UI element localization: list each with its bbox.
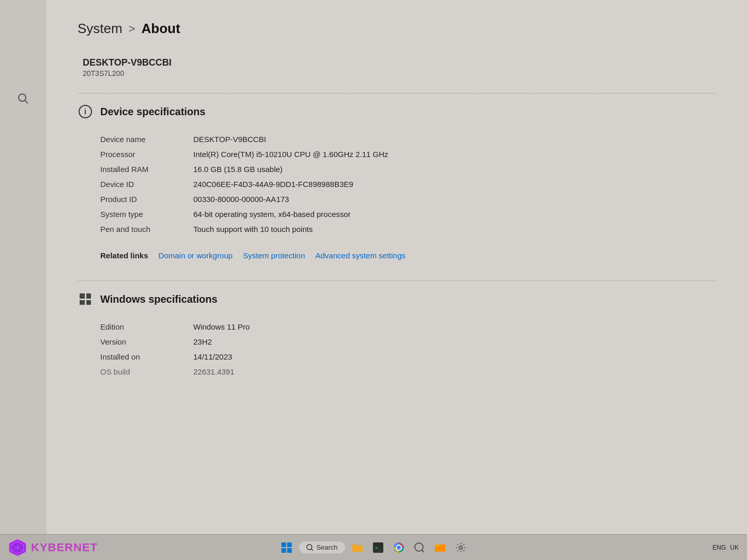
svg-point-18: [459, 546, 462, 549]
taskbar-search2-icon[interactable]: [411, 539, 428, 556]
spec-value: Windows 11 Pro: [193, 322, 716, 331]
kybernet-logo: KYBERNET: [8, 538, 98, 557]
spec-value: Intel(R) Core(TM) i5-10210U CPU @ 1.60GH…: [193, 150, 716, 159]
search-icon[interactable]: [18, 93, 29, 104]
spec-row: Device ID 240C06EE-F4D3-44A9-9DD1-FC8989…: [100, 177, 716, 192]
spec-row: OS build 22631.4391: [100, 364, 716, 379]
windows-specs-header: Windows specifications: [78, 291, 716, 307]
taskbar-settings-icon[interactable]: [452, 539, 469, 556]
info-icon: i: [79, 105, 92, 118]
svg-point-0: [19, 94, 26, 101]
svg-line-1: [25, 100, 28, 103]
spec-row: Product ID 00330-80000-00000-AA173: [100, 192, 716, 207]
advanced-settings-link[interactable]: Advanced system settings: [315, 251, 405, 260]
sys-tray-lang: ENG: [712, 544, 726, 551]
taskbar-search[interactable]: Search: [299, 541, 345, 553]
spec-value: 23H2: [193, 337, 716, 346]
breadcrumb-separator: >: [129, 22, 135, 36]
svg-rect-17: [435, 545, 439, 547]
sys-tray-region: UK: [730, 544, 739, 551]
divider-1: [78, 93, 716, 94]
spec-value: 64-bit operating system, x64-based proce…: [193, 210, 716, 219]
kybernet-logo-icon: [8, 538, 27, 557]
spec-row: Version 23H2: [100, 334, 716, 349]
taskbar-center: Search >_: [278, 539, 469, 556]
sys-tray: ENG UK: [712, 544, 739, 551]
taskbar-search-icon: [306, 544, 313, 551]
system-protection-link[interactable]: System protection: [243, 251, 305, 260]
kybernet-text: KYBERNET: [31, 541, 98, 554]
spec-label: Device name: [100, 135, 193, 144]
svg-line-8: [311, 549, 313, 551]
spec-label: Pen and touch: [100, 225, 193, 234]
svg-point-14: [415, 543, 423, 551]
spec-row: Installed on 14/11/2023: [100, 349, 716, 364]
spec-row: Device name DESKTOP-V9BCCBI: [100, 132, 716, 147]
spec-label: Installed RAM: [100, 165, 193, 174]
device-specs-table: Device name DESKTOP-V9BCCBI Processor In…: [100, 132, 716, 237]
windows-icon: [80, 293, 91, 305]
domain-workgroup-link[interactable]: Domain or workgroup: [159, 251, 233, 260]
spec-value: 14/11/2023: [193, 352, 716, 361]
spec-value: DESKTOP-V9BCCBI: [193, 135, 716, 144]
taskbar: KYBERNET Search: [0, 534, 747, 560]
windows-specs-section: Windows specifications Edition Windows 1…: [78, 291, 716, 379]
device-specs-section: i Device specifications Device name DESK…: [78, 104, 716, 260]
svg-line-15: [422, 550, 424, 552]
breadcrumb-about: About: [142, 21, 180, 37]
related-links: Related links Domain or workgroup System…: [100, 251, 716, 260]
device-serial: 20T3S7L200: [83, 69, 716, 77]
spec-label: OS build: [100, 367, 193, 376]
settings-panel: System > About DESKTOP-V9BCCBI 20T3S7L20…: [0, 0, 747, 560]
sidebar: [0, 0, 47, 560]
spec-label: Installed on: [100, 352, 193, 361]
spec-label: Product ID: [100, 195, 193, 204]
spec-label: Edition: [100, 322, 193, 331]
spec-row: Edition Windows 11 Pro: [100, 319, 716, 334]
spec-value: 00330-80000-00000-AA173: [193, 195, 716, 204]
spec-label: Version: [100, 337, 193, 346]
spec-label: System type: [100, 210, 193, 219]
device-specs-icon: i: [78, 104, 93, 119]
spec-row: Pen and touch Touch support with 10 touc…: [100, 222, 716, 237]
windows-specs-title: Windows specifications: [100, 293, 218, 305]
spec-label: Processor: [100, 150, 193, 159]
spec-value: 240C06EE-F4D3-44A9-9DD1-FC898988B3E9: [193, 180, 716, 189]
spec-value: 22631.4391: [193, 367, 716, 376]
windows-specs-icon: [78, 291, 93, 307]
main-content: System > About DESKTOP-V9BCCBI 20T3S7L20…: [47, 0, 747, 534]
breadcrumb: System > About: [78, 21, 716, 37]
svg-text:>_: >_: [375, 545, 382, 551]
taskbar-folder-icon[interactable]: [349, 539, 365, 556]
spec-row: System type 64-bit operating system, x64…: [100, 207, 716, 222]
taskbar-explorer-icon[interactable]: [432, 539, 448, 556]
start-button[interactable]: [278, 539, 295, 556]
spec-row: Installed RAM 16.0 GB (15.8 GB usable): [100, 162, 716, 177]
taskbar-right: ENG UK: [712, 544, 739, 551]
svg-point-13: [397, 546, 401, 550]
related-links-label: Related links: [100, 251, 148, 260]
device-hostname: DESKTOP-V9BCCBI: [83, 57, 716, 68]
spec-value: 16.0 GB (15.8 GB usable): [193, 165, 716, 174]
windows-specs-table: Edition Windows 11 Pro Version 23H2 Inst…: [100, 319, 716, 379]
taskbar-search-label: Search: [316, 543, 338, 551]
taskbar-terminal-icon[interactable]: >_: [370, 539, 386, 556]
device-specs-title: Device specifications: [100, 106, 205, 118]
spec-label: Device ID: [100, 180, 193, 189]
spec-value: Touch support with 10 touch points: [193, 225, 716, 234]
spec-row: Processor Intel(R) Core(TM) i5-10210U CP…: [100, 147, 716, 162]
breadcrumb-system: System: [78, 21, 123, 37]
device-specs-header: i Device specifications: [78, 104, 716, 119]
taskbar-chrome-icon[interactable]: [390, 539, 407, 556]
device-name-section: DESKTOP-V9BCCBI 20T3S7L200: [78, 57, 716, 77]
divider-2: [78, 281, 716, 281]
taskbar-left: KYBERNET: [8, 538, 98, 557]
